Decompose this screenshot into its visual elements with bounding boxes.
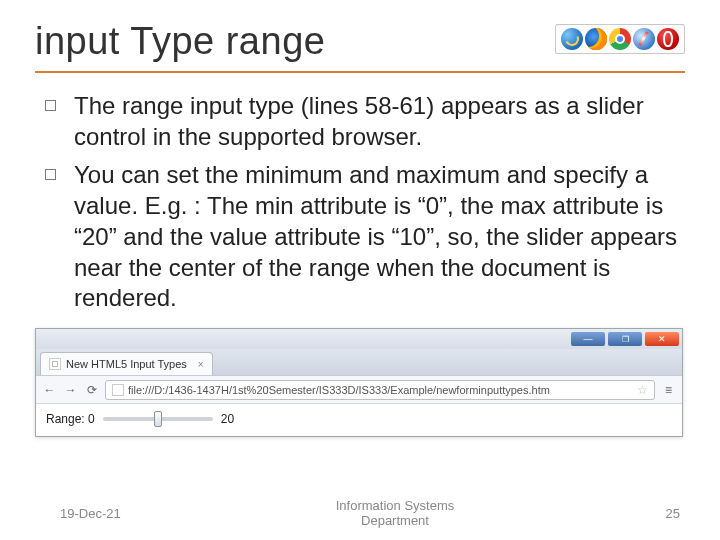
bullet-text: The range input type (lines 58-61) appea… <box>74 91 685 152</box>
slide-title: input Type range <box>35 20 325 63</box>
footer-department: Information Systems Department <box>170 499 620 528</box>
range-label-max: 20 <box>221 412 234 426</box>
footer-line-2: Department <box>170 514 620 528</box>
slide-footer: 19-Dec-21 Information Systems Department… <box>0 499 720 528</box>
page-body: Range: 0 20 <box>36 403 682 436</box>
forward-button[interactable]: → <box>63 382 78 397</box>
title-divider <box>35 71 685 73</box>
browser-tab[interactable]: New HTML5 Input Types × <box>40 352 213 375</box>
bullet-list: The range input type (lines 58-61) appea… <box>35 91 685 314</box>
bullet-text: You can set the minimum and maximum and … <box>74 160 685 314</box>
browser-window-screenshot: New HTML5 Input Types × ← → ⟳ file:///D:… <box>35 328 683 437</box>
back-button[interactable]: ← <box>42 382 57 397</box>
reload-button[interactable]: ⟳ <box>84 382 99 397</box>
address-bar[interactable]: file:///D:/1436-1437H/1st%20Semester/IS3… <box>105 380 655 400</box>
title-row: input Type range <box>35 20 685 63</box>
bullet-icon <box>45 100 56 111</box>
footer-line-1: Information Systems <box>170 499 620 513</box>
url-text: file:///D:/1436-1437H/1st%20Semester/IS3… <box>128 384 550 396</box>
page-favicon-icon <box>49 358 61 370</box>
window-titlebar <box>36 329 682 349</box>
firefox-icon <box>585 28 607 50</box>
opera-icon <box>657 28 679 50</box>
window-minimize-button[interactable] <box>571 332 605 346</box>
range-label-min: Range: 0 <box>46 412 95 426</box>
range-slider-thumb[interactable] <box>154 411 162 427</box>
list-item: You can set the minimum and maximum and … <box>45 160 685 314</box>
tab-close-icon[interactable]: × <box>198 359 204 370</box>
address-favicon-icon <box>112 384 124 396</box>
tab-title: New HTML5 Input Types <box>66 358 187 370</box>
safari-icon <box>633 28 655 50</box>
footer-page-number: 25 <box>620 506 680 521</box>
slide: input Type range The range input type (l… <box>0 0 720 540</box>
footer-date: 19-Dec-21 <box>60 506 170 521</box>
list-item: The range input type (lines 58-61) appea… <box>45 91 685 152</box>
menu-icon[interactable]: ≡ <box>661 382 676 397</box>
ie-icon <box>561 28 583 50</box>
tab-bar: New HTML5 Input Types × <box>36 349 682 375</box>
address-bar-row: ← → ⟳ file:///D:/1436-1437H/1st%20Semest… <box>36 375 682 403</box>
browser-support-icons <box>555 24 685 54</box>
chrome-icon <box>609 28 631 50</box>
bookmark-star-icon[interactable]: ☆ <box>637 383 648 397</box>
range-slider[interactable] <box>103 417 213 421</box>
bullet-icon <box>45 169 56 180</box>
window-close-button[interactable] <box>645 332 679 346</box>
window-maximize-button[interactable] <box>608 332 642 346</box>
